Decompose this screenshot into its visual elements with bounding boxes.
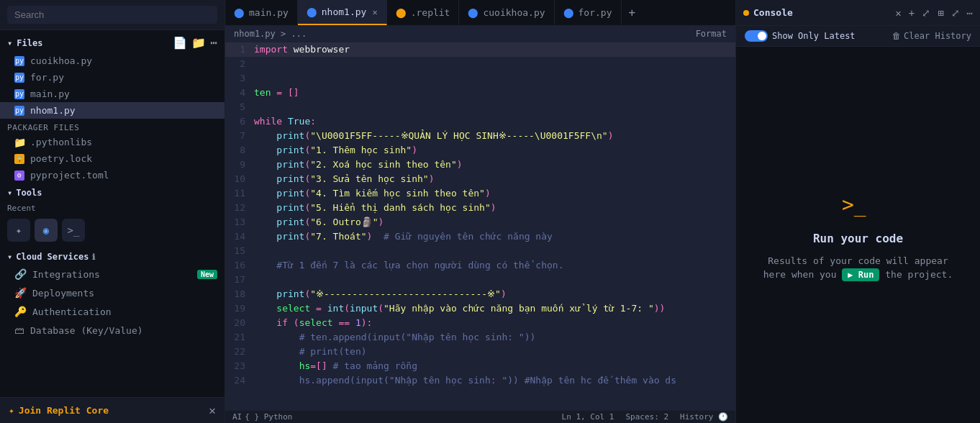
file-item-poetrylock[interactable]: 🔒 poetry.lock: [0, 150, 224, 167]
console-popout-icon[interactable]: ⤢: [951, 7, 960, 19]
breadcrumb-path: nhom1.py > ...: [234, 29, 307, 39]
clear-history-button[interactable]: 🗑 Clear History: [892, 31, 971, 41]
editor-area: ⬤ main.py ⬤ nhom1.py ✕ ⬤ .replit ⬤ cuoik…: [225, 0, 735, 423]
file-item-main[interactable]: py main.py: [0, 86, 224, 102]
join-replit-bar: ✦ Join Replit Core ✕: [0, 397, 224, 423]
service-database[interactable]: 🗃 Database (Key/Value): [0, 321, 224, 340]
code-line-18: 18 print("※-----------------------------…: [225, 287, 735, 301]
history-label[interactable]: History 🕐: [680, 412, 728, 422]
svg-text:>_: >_: [842, 193, 866, 217]
console-title-label: Console: [753, 7, 793, 18]
run-desc-1: Results of your code will appear: [768, 255, 948, 266]
tab-close-icon[interactable]: ✕: [372, 7, 377, 17]
chevron-down-icon: ▾: [7, 38, 12, 48]
code-line-8: 8 print("1. Thêm học sinh"): [225, 143, 735, 158]
console-more-icon[interactable]: ⋯: [967, 7, 973, 19]
ai-label[interactable]: AI: [232, 412, 242, 422]
star-icon: ✦: [9, 405, 14, 416]
trash-icon: 🗑: [892, 31, 901, 41]
run-desc-2: here when you: [763, 269, 837, 280]
files-section-header[interactable]: ▾ Files 📄 📁 ⋯: [0, 30, 224, 53]
format-button[interactable]: Format: [696, 29, 727, 39]
folder-icon: 📁: [14, 137, 24, 147]
file-name: pyproject.toml: [30, 170, 109, 181]
file-item-for[interactable]: py for.py: [0, 69, 224, 86]
run-description: Results of your code will appear here wh…: [763, 254, 953, 282]
info-icon[interactable]: ℹ: [92, 253, 95, 262]
console-layout-icon[interactable]: ⊞: [938, 7, 943, 19]
more-options-icon[interactable]: ⋯: [210, 36, 217, 50]
console-plus-icon[interactable]: +: [909, 7, 915, 19]
file-name: main.py: [30, 88, 70, 99]
join-replit-button[interactable]: ✦ Join Replit Core: [9, 405, 109, 416]
show-only-latest-toggle[interactable]: Show Only Latest: [745, 30, 856, 42]
file-item-cuoikhoa[interactable]: py cuoikhoa.py: [0, 53, 224, 69]
file-item-pythonlibs[interactable]: 📁 .pythonlibs: [0, 134, 224, 150]
recent-label: Recent: [0, 202, 224, 214]
code-line-13: 13 print("6. Outro🗿"): [225, 215, 735, 229]
service-deployments[interactable]: 🚀 Deployments: [0, 283, 224, 302]
console-close-icon[interactable]: ✕: [895, 7, 901, 19]
new-file-icon[interactable]: 📄: [173, 36, 187, 50]
py-icon: py: [14, 106, 24, 116]
breadcrumb: nhom1.py > ... Format: [225, 26, 735, 42]
code-line-14: 14 print("7. Thoát") # Giữ nguyên tên ch…: [225, 229, 735, 244]
service-integrations[interactable]: 🔗 Integrations New: [0, 265, 224, 283]
code-line-21: 21 # ten.append(input("Nhập tên học sinh…: [225, 330, 735, 345]
console-expand-icon[interactable]: ⤢: [922, 7, 930, 19]
py-icon: ⬤: [468, 7, 478, 18]
py-icon: py: [14, 73, 24, 83]
tab-main-py[interactable]: ⬤ main.py: [225, 0, 298, 25]
chevron-down-icon: ▾: [7, 252, 12, 262]
lang-label[interactable]: { } Python: [245, 412, 292, 422]
code-line-11: 11 print("4. Tìm kiếm học sinh theo tên"…: [225, 186, 735, 201]
tab-replit[interactable]: ⬤ .replit: [387, 0, 460, 25]
file-name: for.py: [30, 72, 64, 83]
service-name: Deployments: [32, 288, 94, 299]
run-button-inline[interactable]: ▶ Run: [842, 268, 879, 281]
tools-section-header[interactable]: ▾ Tools: [0, 183, 224, 202]
service-name: Database (Key/Value): [30, 325, 143, 336]
tab-label: cuoikhoa.py: [483, 7, 545, 18]
recent-icon-2[interactable]: ◉: [35, 219, 58, 242]
tab-label: main.py: [249, 7, 289, 18]
tab-nhom1-py[interactable]: ⬤ nhom1.py ✕: [298, 0, 387, 25]
service-authentication[interactable]: 🔑 Authentication: [0, 302, 224, 321]
tab-cuoikhoa[interactable]: ⬤ cuoikhoa.py: [459, 0, 554, 25]
code-line-12: 12 print("5. Hiển thị danh sách học sinh…: [225, 201, 735, 215]
deployments-icon: 🚀: [14, 287, 27, 299]
chevron-down-icon: ▾: [7, 188, 12, 198]
clear-history-label: Clear History: [904, 31, 971, 41]
code-line-7: 7 print("\U0001F5FF-----※QUẢN LÝ HỌC SIN…: [225, 129, 735, 143]
status-bar: AI { } Python Ln 1, Col 1 Spaces: 2 Hist…: [225, 410, 735, 423]
file-item-nhom1[interactable]: py nhom1.py: [0, 102, 224, 119]
code-line-1: 1 import webbrowser: [225, 42, 735, 57]
cloud-services-header: ▾ Cloud Services ℹ: [0, 246, 224, 265]
files-label: Files: [17, 38, 42, 48]
search-input[interactable]: [7, 6, 217, 24]
tab-for-py[interactable]: ⬤ for.py: [555, 0, 622, 25]
toggle-track[interactable]: [745, 30, 768, 42]
recent-icons: ✦ ◉ >_: [0, 214, 224, 246]
packager-label: Packager files: [0, 119, 224, 134]
add-tab-button[interactable]: +: [622, 6, 643, 19]
new-folder-icon[interactable]: 📁: [191, 36, 206, 50]
recent-icon-3[interactable]: >_: [62, 219, 85, 242]
run-your-code-title: Run your code: [813, 232, 903, 245]
code-line-17: 17: [225, 273, 735, 287]
new-badge: New: [197, 270, 217, 279]
py-icon: py: [14, 89, 24, 99]
code-line-4: 4 ten = []: [225, 86, 735, 100]
file-item-pyproject[interactable]: ⚙ pyproject.toml: [0, 167, 224, 183]
console-title: Console: [743, 7, 793, 18]
replit-icon: ⬤: [396, 7, 407, 18]
code-line-9: 9 print("2. Xoá học sinh theo tên"): [225, 158, 735, 172]
code-editor[interactable]: 1 import webbrowser 2 3 4 ten = [] 5 6: [225, 42, 735, 410]
close-join-button[interactable]: ✕: [209, 404, 216, 417]
code-line-6: 6 while True:: [225, 114, 735, 129]
recent-icon-1[interactable]: ✦: [7, 219, 30, 242]
code-line-19: 19 select = int(input("Hãy nhập vào chức…: [225, 301, 735, 316]
tools-label: Tools: [16, 188, 42, 198]
toggle-label: Show Only Latest: [772, 31, 856, 41]
code-line-24: 24 hs.append(input("Nhập tên học sinh: "…: [225, 373, 735, 388]
